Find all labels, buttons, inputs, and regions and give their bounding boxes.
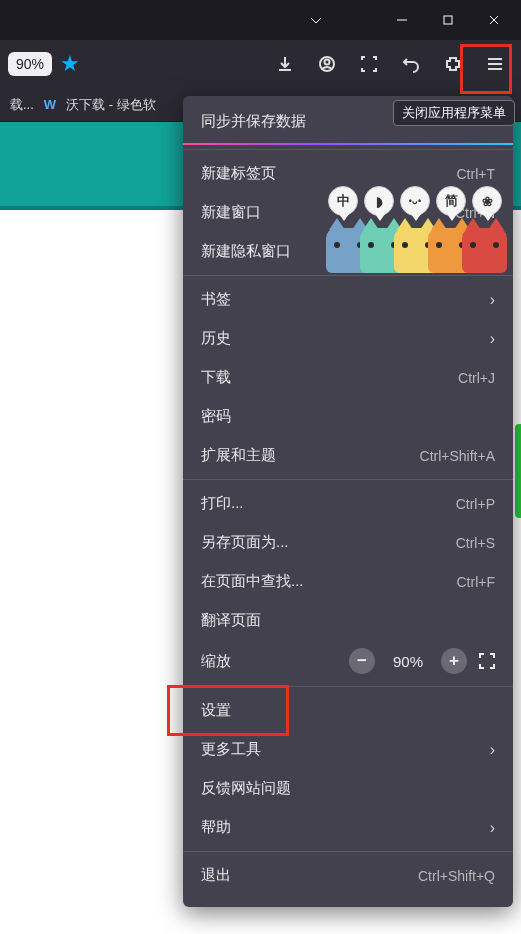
menu-save-as[interactable]: 另存页面为... Ctrl+S [183, 523, 513, 562]
menu-zoom: 缩放 − 90% + [183, 640, 513, 682]
menu-passwords[interactable]: 密码 [183, 397, 513, 436]
menu-shortcut: Ctrl+Shift+P [420, 244, 495, 260]
menu-label: 历史 [201, 329, 231, 348]
menu-label: 下载 [201, 368, 231, 387]
menu-history[interactable]: 历史 › [183, 319, 513, 358]
menu-label: 退出 [201, 866, 231, 885]
menu-label: 密码 [201, 407, 231, 426]
menu-label: 扩展和主题 [201, 446, 276, 465]
zoom-value: 90% [383, 653, 433, 670]
menu-label: 反馈网站问题 [201, 779, 291, 798]
menu-label: 更多工具 [201, 740, 261, 759]
zoom-out-button[interactable]: − [349, 648, 375, 674]
menu-separator [183, 143, 513, 145]
menu-label: 设置 [201, 701, 231, 720]
account-icon[interactable] [309, 46, 345, 82]
hamburger-menu-button[interactable] [477, 46, 513, 82]
chevron-right-icon: › [490, 330, 495, 348]
menu-shortcut: Ctrl+T [457, 166, 496, 182]
chevron-right-icon: › [490, 291, 495, 309]
menu-label: 翻译页面 [201, 611, 261, 630]
menu-label: 在页面中查找... [201, 572, 304, 591]
menu-help[interactable]: 帮助 › [183, 808, 513, 847]
bookmark-favicon: W [44, 97, 56, 112]
tab-dropdown-button[interactable] [293, 4, 339, 36]
close-button[interactable] [471, 4, 517, 36]
bookmark-star-icon[interactable]: ★ [60, 51, 80, 77]
menu-settings[interactable]: 设置 [183, 691, 513, 730]
zoom-in-button[interactable]: + [441, 648, 467, 674]
application-menu: 同步并保存数据 › 新建标签页 Ctrl+T 新建窗口 Ctrl+N 新建隐私窗… [183, 96, 513, 907]
menu-label: 新建隐私窗口 [201, 242, 291, 261]
menu-new-private-window[interactable]: 新建隐私窗口 Ctrl+Shift+P [183, 232, 513, 271]
screenshot-icon[interactable] [351, 46, 387, 82]
download-icon[interactable] [267, 46, 303, 82]
menu-downloads[interactable]: 下载 Ctrl+J [183, 358, 513, 397]
extensions-icon[interactable] [435, 46, 471, 82]
menu-label: 书签 [201, 290, 231, 309]
zoom-level-badge[interactable]: 90% [8, 52, 52, 76]
bookmark-item[interactable]: 载... [10, 96, 34, 114]
fullscreen-icon[interactable] [475, 649, 499, 673]
menu-label: 新建标签页 [201, 164, 276, 183]
chevron-right-icon: › [490, 741, 495, 759]
browser-toolbar: 90% ★ [0, 40, 521, 88]
tooltip-close-app-menu: 关闭应用程序菜单 [393, 100, 515, 126]
svg-point-2 [325, 60, 330, 65]
menu-separator [183, 479, 513, 480]
menu-label: 同步并保存数据 [201, 112, 306, 131]
menu-report-site[interactable]: 反馈网站问题 [183, 769, 513, 808]
window-titlebar [0, 0, 521, 40]
maximize-button[interactable] [425, 4, 471, 36]
menu-print[interactable]: 打印... Ctrl+P [183, 484, 513, 523]
menu-label: 缩放 [201, 652, 341, 671]
side-handle[interactable] [515, 424, 521, 518]
menu-separator [183, 851, 513, 852]
menu-shortcut: Ctrl+P [456, 496, 495, 512]
menu-separator [183, 275, 513, 276]
menu-find[interactable]: 在页面中查找... Ctrl+F [183, 562, 513, 601]
menu-addons[interactable]: 扩展和主题 Ctrl+Shift+A [183, 436, 513, 475]
menu-label: 另存页面为... [201, 533, 289, 552]
menu-shortcut: Ctrl+N [455, 205, 495, 221]
menu-bookmarks[interactable]: 书签 › [183, 280, 513, 319]
menu-separator [183, 686, 513, 687]
menu-shortcut: Ctrl+Shift+Q [418, 868, 495, 884]
menu-quit[interactable]: 退出 Ctrl+Shift+Q [183, 856, 513, 895]
menu-label: 帮助 [201, 818, 231, 837]
menu-separator [183, 149, 513, 150]
menu-shortcut: Ctrl+Shift+A [420, 448, 495, 464]
bookmark-item[interactable]: 沃下载 - 绿色软 [66, 96, 156, 114]
menu-label: 新建窗口 [201, 203, 261, 222]
menu-new-window[interactable]: 新建窗口 Ctrl+N [183, 193, 513, 232]
minimize-button[interactable] [379, 4, 425, 36]
menu-new-tab[interactable]: 新建标签页 Ctrl+T [183, 154, 513, 193]
menu-more-tools[interactable]: 更多工具 › [183, 730, 513, 769]
undo-icon[interactable] [393, 46, 429, 82]
menu-shortcut: Ctrl+S [456, 535, 495, 551]
chevron-right-icon: › [490, 819, 495, 837]
menu-translate[interactable]: 翻译页面 [183, 601, 513, 640]
menu-shortcut: Ctrl+J [458, 370, 495, 386]
menu-label: 打印... [201, 494, 244, 513]
menu-shortcut: Ctrl+F [457, 574, 496, 590]
svg-rect-0 [444, 16, 452, 24]
